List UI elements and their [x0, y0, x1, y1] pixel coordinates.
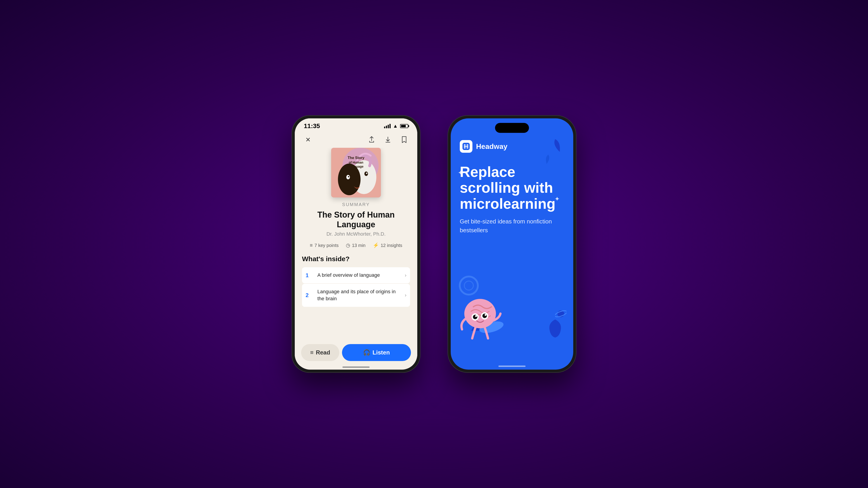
book-cover-wrapper: The Story of Human Language [302, 148, 410, 197]
book-content: The Story of Human Language SUMMARY The … [295, 148, 417, 340]
read-label: Read [316, 349, 330, 356]
chapter-text-2: Language and its place of origins in the… [317, 288, 403, 302]
chapter-num-2: 2 [306, 292, 314, 298]
wifi-icon: ▲ [393, 123, 398, 129]
brain-illustration [455, 284, 514, 343]
svg-point-15 [473, 315, 477, 319]
status-bar-left: 11:35 ▲ [295, 119, 417, 131]
svg-point-3 [338, 164, 361, 195]
insights-label: 12 insights [381, 243, 402, 248]
headway-logo [460, 140, 472, 153]
book-meta: ≡ 7 key points ◷ 13 min ⚡ 12 insights [302, 242, 410, 248]
list-icon: ≡ [310, 242, 313, 248]
book-cover: The Story of Human Language [331, 148, 381, 197]
svg-point-18 [483, 314, 487, 318]
meta-duration: ◷ 13 min [346, 242, 366, 248]
headway-logo-icon [463, 143, 470, 150]
book-title: The Story of Human Language [302, 210, 410, 229]
svg-text:of Human: of Human [349, 161, 364, 164]
clock-icon: ◷ [346, 242, 350, 248]
download-icon [385, 136, 391, 143]
hero-subtext: Get bite-sized ideas from nonfiction bes… [460, 217, 564, 235]
chapter-list: 1 A brief overview of language › 2 Langu… [302, 267, 410, 306]
chapter-text-1: A brief overview of language [317, 272, 403, 279]
right-content: Headway Replace scrolling with microlear… [451, 119, 573, 365]
headphones-icon: 🎧 [363, 349, 370, 356]
home-indicator [342, 366, 370, 368]
meta-insights: ⚡ 12 insights [373, 242, 402, 248]
svg-text:Language: Language [348, 165, 364, 168]
chapter-arrow-1: › [405, 272, 406, 278]
signal-bars-icon [384, 124, 391, 128]
svg-point-16 [475, 315, 477, 317]
book-author: Dr. John McWhorter, Ph.D. [302, 231, 410, 237]
deco-blob [548, 320, 562, 338]
lightning-icon: ⚡ [373, 242, 379, 248]
hero-text: Replace scrolling with microlearning Get… [460, 164, 564, 235]
app-name: Headway [476, 142, 507, 151]
summary-label: SUMMARY [302, 202, 410, 207]
headway-header: Headway [460, 140, 564, 153]
top-action-bar: ✕ [295, 131, 417, 148]
read-icon: ≡ [310, 349, 313, 356]
close-button[interactable]: ✕ [302, 134, 314, 145]
bookmark-icon [401, 136, 407, 143]
home-indicator-right [498, 365, 526, 367]
listen-button[interactable]: 🎧 Listen [342, 344, 411, 361]
bottom-buttons: ≡ Read 🎧 Listen [295, 340, 417, 366]
status-time: 11:35 [304, 123, 320, 130]
phone-left: 11:35 ▲ ✕ [291, 115, 421, 373]
meta-key-points: ≡ 7 key points [310, 242, 339, 248]
chapter-num-1: 1 [306, 272, 314, 279]
close-icon: ✕ [305, 136, 311, 143]
status-icons: ▲ [384, 123, 408, 129]
svg-text:The Story: The Story [348, 156, 364, 160]
chapter-arrow-2: › [405, 292, 406, 298]
svg-point-19 [485, 314, 487, 316]
key-points-label: 7 key points [314, 243, 339, 248]
share-icon [368, 136, 375, 143]
battery-icon [400, 124, 408, 128]
dynamic-island [495, 123, 529, 133]
chapter-item-2[interactable]: 2 Language and its place of origins in t… [302, 284, 410, 307]
share-button[interactable] [366, 134, 377, 145]
hero-headline: Replace scrolling with microlearning [460, 164, 564, 212]
svg-point-13 [464, 299, 496, 328]
read-button[interactable]: ≡ Read [301, 344, 339, 361]
chapter-item-1[interactable]: 1 A brief overview of language › [302, 267, 410, 283]
download-button[interactable] [382, 134, 394, 145]
deco-planet [555, 308, 566, 320]
listen-label: Listen [373, 349, 390, 356]
whats-inside-heading: What's inside? [302, 255, 410, 263]
svg-point-7 [348, 176, 349, 177]
brain-character [455, 284, 514, 343]
deco-drop-2 [544, 155, 551, 165]
phones-container: 11:35 ▲ ✕ [291, 115, 577, 373]
phone-right: ✦ ✦ ✦ Headway [447, 115, 577, 373]
duration-label: 13 min [352, 243, 366, 248]
bookmark-button[interactable] [398, 134, 410, 145]
action-icons-right [366, 134, 410, 145]
svg-point-5 [366, 173, 367, 174]
